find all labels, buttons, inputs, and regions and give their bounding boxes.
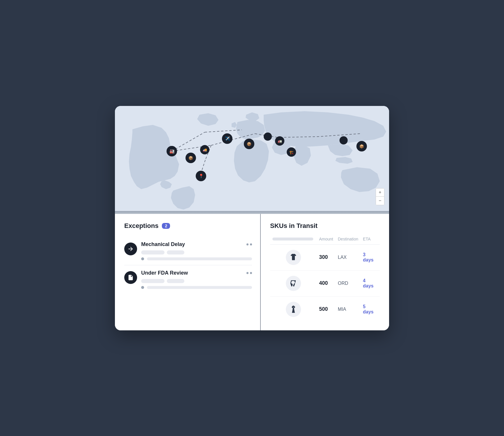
fda-review-progress (141, 286, 252, 289)
sku-row-pants: 400 ORD 4 days (270, 270, 380, 296)
mechanical-delay-progress (141, 257, 252, 260)
mechanical-delay-bars (141, 250, 252, 254)
svg-text:📦: 📦 (188, 156, 193, 161)
world-map: 🏭 📦 🚚 ✈️ 📦 🚛 🏗️ 📦 (115, 106, 389, 211)
svg-text:✈️: ✈️ (225, 136, 230, 141)
sku-amount-dress: 500 (317, 296, 335, 322)
bar-pill-4 (167, 279, 184, 283)
skus-col-destination: Destination (335, 236, 360, 245)
skus-panel: SKUs in Transit Amount Destination ETA (261, 214, 389, 330)
pants-icon (289, 279, 298, 287)
sku-dest-dress: MIA (335, 296, 360, 322)
sku-row-dress: 500 MIA 5 days (270, 296, 380, 322)
sku-eta-shirt: 3 days (360, 244, 380, 270)
bar-pill-1 (141, 250, 164, 254)
svg-text:📍: 📍 (199, 174, 204, 179)
svg-text:🏭: 🏭 (169, 149, 175, 154)
mechanical-delay-content: Mechanical Delay (141, 241, 252, 260)
fda-review-content: Under FDA Review (141, 270, 252, 289)
svg-point-27 (340, 136, 348, 144)
sku-dest-pants: ORD (335, 270, 360, 296)
svg-text:🚛: 🚛 (278, 139, 282, 143)
fda-review-bars (141, 279, 252, 283)
fda-review-icon-circle (124, 271, 137, 284)
dress-icon (289, 305, 298, 313)
sku-eta-pants: 4 days (360, 270, 380, 296)
dot2 (250, 243, 252, 245)
sku-row-shirt: 300 LAX 3 days (270, 244, 380, 270)
mechanical-delay-menu[interactable] (246, 243, 252, 245)
bottom-section: Exceptions 2 Mechanical Delay (115, 214, 389, 330)
sku-icon-shirt (270, 244, 317, 270)
skus-table: Amount Destination ETA (270, 236, 380, 322)
dot3 (246, 272, 249, 274)
sku-icon-pants (270, 270, 317, 296)
mechanical-delay-icon-circle (124, 243, 137, 255)
svg-text:🏗️: 🏗️ (289, 150, 294, 154)
sku-amount-shirt: 300 (317, 244, 335, 270)
progress-dot-2 (141, 286, 144, 289)
fda-review-menu[interactable] (246, 272, 252, 274)
progress-bar-2 (147, 286, 252, 289)
svg-text:🚚: 🚚 (203, 148, 207, 152)
document-icon (127, 274, 134, 281)
exceptions-title: Exceptions (124, 222, 158, 230)
mechanical-delay-top: Mechanical Delay (141, 241, 252, 247)
progress-dot-1 (141, 257, 144, 260)
main-card: 🏭 📦 🚚 ✈️ 📦 🚛 🏗️ 📦 (115, 106, 389, 330)
exceptions-header: Exceptions 2 (124, 222, 252, 230)
sku-dest-shirt: LAX (335, 244, 360, 270)
zoom-in-button[interactable]: + (376, 189, 384, 197)
arrow-right-icon (127, 246, 134, 252)
dot4 (250, 272, 252, 274)
divider-bar (115, 211, 389, 214)
sku-amount-pants: 400 (317, 270, 335, 296)
mechanical-delay-title: Mechanical Delay (141, 241, 185, 247)
fda-review-top: Under FDA Review (141, 270, 252, 276)
sku-eta-dress: 5 days (360, 296, 380, 322)
fda-review-title: Under FDA Review (141, 270, 188, 276)
bar-pill-2 (167, 250, 184, 254)
exception-item-fda-review: Under FDA Review (124, 265, 252, 294)
progress-bar-1 (147, 257, 252, 260)
bar-pill-3 (141, 279, 164, 283)
skus-col-eta: ETA (360, 236, 380, 245)
sku-icon-dress (270, 296, 317, 322)
svg-text:📦: 📦 (359, 144, 364, 149)
exceptions-panel: Exceptions 2 Mechanical Delay (115, 214, 261, 330)
svg-point-20 (264, 132, 272, 141)
zoom-controls: + − (376, 188, 384, 205)
svg-text:📦: 📦 (247, 142, 252, 147)
skus-title: SKUs in Transit (270, 222, 380, 230)
skus-header-row: Amount Destination ETA (270, 236, 380, 245)
th-filler (272, 238, 313, 240)
zoom-out-button[interactable]: − (376, 197, 384, 205)
shirt-icon (289, 253, 298, 261)
dot1 (246, 243, 249, 245)
skus-col-amount: Amount (317, 236, 335, 245)
exceptions-badge: 2 (162, 223, 170, 229)
map-section: 🏭 📦 🚚 ✈️ 📦 🚛 🏗️ 📦 (115, 106, 389, 211)
exception-item-mechanical-delay: Mechanical Delay (124, 237, 252, 265)
skus-col-icon (270, 236, 317, 245)
